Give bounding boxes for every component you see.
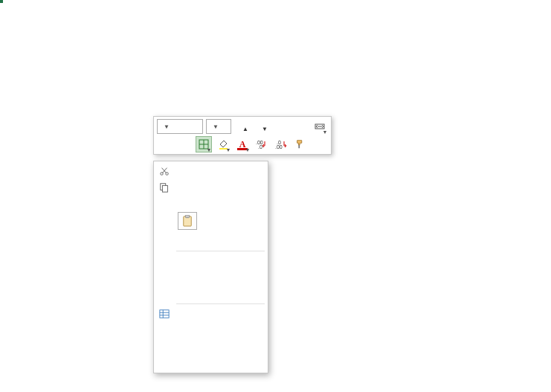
borders-button[interactable]: ▼ xyxy=(196,136,212,152)
menu-hide[interactable] xyxy=(154,338,268,355)
svg-text:.00: .00 xyxy=(275,144,283,150)
paste-options-heading xyxy=(154,196,268,211)
menu-insert[interactable] xyxy=(154,253,268,269)
menu-format-cells[interactable] xyxy=(154,306,268,322)
menu-unhide[interactable] xyxy=(154,355,268,371)
fill-color-button[interactable]: ▼ xyxy=(215,136,231,152)
paste-options-row xyxy=(154,211,268,233)
chevron-down-icon: ▼ xyxy=(225,147,231,152)
selection-outline xyxy=(0,0,3,3)
format-painter-button[interactable] xyxy=(292,136,309,152)
decrease-decimal-button[interactable]: .00.0 xyxy=(254,136,270,152)
menu-clear-contents[interactable] xyxy=(154,286,268,302)
chevron-down-icon: ▼ xyxy=(322,129,328,135)
scissors-icon xyxy=(157,164,172,178)
bold-button[interactable] xyxy=(157,136,173,152)
decrease-decimal-icon: .00.0 xyxy=(256,139,268,150)
format-cells-icon xyxy=(157,307,172,321)
menu-delete[interactable] xyxy=(154,269,268,286)
merge-center-button[interactable]: ▼ xyxy=(312,118,328,135)
mini-toolbar[interactable]: ▼ ▼ ▲ ▼ ▼ ▼ ▼ A ▼ .00.0 xyxy=(153,116,332,155)
menu-separator xyxy=(176,303,265,304)
menu-cut[interactable] xyxy=(154,163,268,179)
font-size-combo[interactable]: ▼ xyxy=(206,119,231,134)
clipboard-icon xyxy=(182,215,193,227)
increase-decimal-icon: .0.00 xyxy=(275,139,287,150)
chevron-down-icon: ▼ xyxy=(206,147,212,152)
percent-format-button[interactable] xyxy=(273,118,289,135)
increase-decimal-button[interactable]: .0.00 xyxy=(273,136,289,152)
decrease-font-button[interactable]: ▼ xyxy=(254,118,270,135)
font-name-combo[interactable]: ▼ xyxy=(157,119,203,134)
italic-button[interactable] xyxy=(176,136,193,152)
comma-format-button[interactable] xyxy=(292,118,309,135)
svg-rect-18 xyxy=(185,215,189,218)
svg-rect-19 xyxy=(160,310,169,318)
menu-row-height[interactable] xyxy=(154,322,268,338)
copy-icon xyxy=(157,181,172,194)
svg-rect-10 xyxy=(298,145,300,148)
context-menu[interactable] xyxy=(153,161,268,373)
menu-paste-special[interactable] xyxy=(154,233,268,249)
menu-separator xyxy=(176,251,265,251)
menu-copy[interactable] xyxy=(154,179,268,196)
font-color-button[interactable]: A ▼ xyxy=(234,136,251,152)
chevron-down-icon: ▼ xyxy=(164,123,170,130)
brush-icon xyxy=(295,139,306,150)
chevron-down-icon: ▼ xyxy=(213,123,219,130)
svg-rect-16 xyxy=(162,185,167,192)
increase-font-button[interactable]: ▲ xyxy=(234,118,251,135)
chevron-down-icon: ▼ xyxy=(245,147,251,152)
svg-text:.0: .0 xyxy=(258,144,262,150)
paste-default-button[interactable] xyxy=(178,212,197,230)
